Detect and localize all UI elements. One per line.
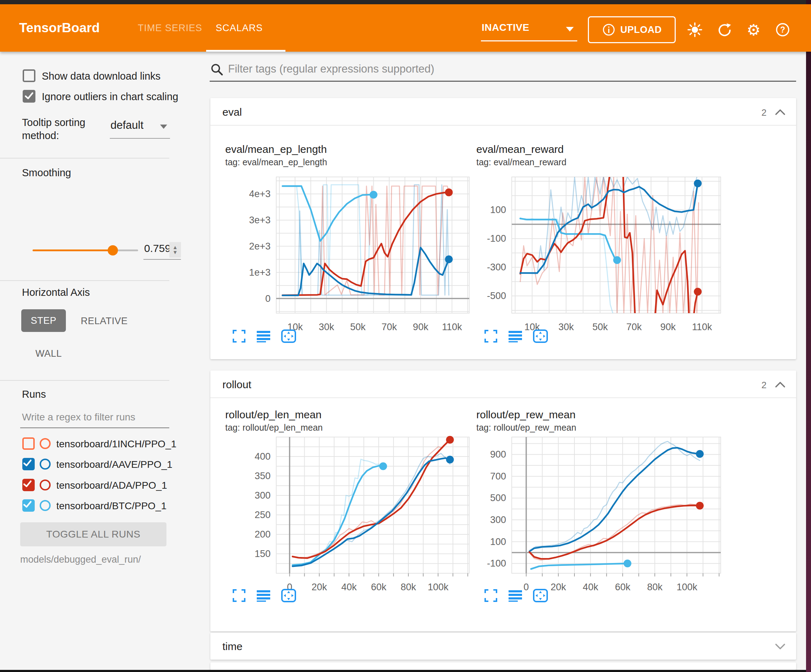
run-selector-icon[interactable] (508, 589, 523, 603)
chart-eval-mean-reward[interactable]: 10k30k50k70k90k110k100-100-300-500 (462, 172, 731, 340)
svg-text:30k: 30k (558, 322, 574, 332)
run-checkbox[interactable] (22, 437, 35, 450)
run-selector-icon[interactable] (256, 329, 271, 343)
window-bottom-strip (0, 670, 806, 672)
app-title: TensorBoard (19, 4, 100, 52)
chart-rollout-ep-len-mean[interactable]: 020k40k60k80k100k150200250300350400 (227, 432, 480, 600)
fullscreen-icon[interactable] (484, 329, 498, 343)
fit-domain-icon[interactable] (281, 589, 297, 603)
chart-title: rollout/ep_rew_mean (476, 409, 575, 421)
svg-text:40k: 40k (341, 582, 357, 592)
show-download-links-label: Show data download links (42, 70, 160, 82)
svg-text:-300: -300 (487, 262, 506, 273)
brightness-icon[interactable] (685, 20, 704, 39)
svg-text:70k: 70k (382, 322, 397, 332)
active-tab-underline (206, 50, 285, 52)
run-label: tensorboard/AAVE/PPO_1 (56, 459, 173, 470)
status-underline (481, 41, 577, 41)
divider (210, 398, 796, 398)
svg-text:900: 900 (490, 449, 506, 460)
run-checkbox[interactable] (22, 458, 35, 470)
chart-eval-mean-ep-length[interactable]: 10k30k50k70k90k110k01e+32e+33e+34e+3 (227, 172, 480, 340)
filter-tags-input[interactable] (227, 62, 788, 76)
smoothing-label: Smoothing (22, 167, 71, 179)
chart-rollout-ep-rew-mean[interactable]: 020k40k60k80k100k-100100300500700900 (462, 432, 731, 600)
ignore-outliers-label: Ignore outliers in chart scaling (42, 91, 178, 103)
section-card-next (210, 662, 796, 670)
svg-text:300: 300 (490, 515, 506, 525)
section-title-time: time (222, 640, 243, 653)
run-color-ring (40, 438, 51, 449)
tensorboard-app: TensorBoard TIME SERIES SCALARS INACTIVE… (0, 0, 811, 672)
svg-text:50k: 50k (350, 322, 366, 332)
chart-tag: tag: rollout/ep_len_mean (225, 423, 322, 433)
upload-button[interactable]: UPLOAD (588, 16, 676, 43)
svg-text:250: 250 (254, 510, 271, 520)
axis-relative-button[interactable]: RELATIVE (81, 316, 128, 327)
svg-text:200: 200 (254, 529, 271, 540)
filter-tags-underline (210, 81, 796, 82)
run-selector-icon[interactable] (256, 589, 271, 603)
fit-domain-icon[interactable] (533, 329, 548, 343)
toggle-all-runs-button[interactable]: TOGGLE ALL RUNS (20, 522, 166, 547)
smoothing-stepper[interactable]: ▲▼ (169, 242, 181, 257)
info-icon (602, 23, 616, 36)
svg-text:40k: 40k (583, 582, 599, 592)
run-selector-icon[interactable] (508, 329, 523, 343)
svg-text:100k: 100k (677, 582, 697, 592)
svg-text:80k: 80k (400, 582, 416, 592)
horizontal-axis-label: Horizontal Axis (22, 287, 90, 298)
collapse-section-button[interactable] (774, 108, 786, 118)
run-checkbox[interactable] (22, 499, 35, 512)
settings-gear-icon[interactable]: ⚙ (745, 20, 763, 39)
runs-filter-input[interactable] (21, 411, 171, 423)
refresh-icon[interactable] (715, 20, 734, 39)
axis-wall-button[interactable]: WALL (36, 348, 62, 359)
tab-scalars[interactable]: SCALARS (215, 4, 263, 52)
tab-time-series[interactable]: TIME SERIES (138, 4, 202, 52)
svg-text:100: 100 (490, 205, 506, 215)
svg-text:110k: 110k (442, 322, 462, 332)
smoothing-value-input[interactable] (143, 242, 170, 255)
svg-text:400: 400 (254, 451, 271, 462)
svg-text:100: 100 (490, 537, 506, 547)
chevron-down-icon[interactable] (160, 125, 167, 129)
section-title-eval: eval (222, 106, 242, 118)
svg-text:110k: 110k (692, 322, 712, 332)
tooltip-sorting-select[interactable]: default (110, 119, 143, 132)
fullscreen-icon[interactable] (232, 589, 246, 603)
collapse-section-button[interactable] (774, 381, 786, 390)
divider (210, 125, 796, 125)
run-checkbox[interactable] (22, 479, 35, 491)
svg-text:700: 700 (490, 471, 506, 482)
settings-sidebar: Show data download links Ignore outliers… (0, 52, 190, 670)
chart-title: eval/mean_ep_length (225, 143, 327, 155)
fit-domain-icon[interactable] (533, 589, 548, 603)
run-label: tensorboard/BTC/PPO_1 (56, 500, 166, 512)
chart-toolbar (232, 589, 297, 603)
svg-text:80k: 80k (647, 582, 663, 592)
run-color-ring (40, 479, 51, 491)
fit-domain-icon[interactable] (281, 329, 297, 343)
status-dropdown[interactable]: INACTIVE (482, 22, 529, 33)
search-icon (210, 62, 224, 76)
axis-step-button[interactable]: STEP (21, 309, 66, 332)
show-download-links-checkbox[interactable] (23, 69, 36, 82)
svg-text:-100: -100 (487, 233, 506, 244)
ignore-outliers-checkbox[interactable] (23, 90, 36, 103)
runs-path-label: models/debugged_eval_run/ (20, 554, 141, 565)
svg-text:2e+3: 2e+3 (249, 241, 271, 252)
chart-title: eval/mean_reward (476, 143, 564, 155)
help-icon[interactable]: ? (774, 20, 792, 39)
svg-text:70k: 70k (626, 322, 642, 332)
smoothing-slider-knob[interactable] (108, 245, 118, 256)
run-label: tensorboard/1INCH/PPO_1 (56, 438, 176, 450)
fullscreen-icon[interactable] (232, 329, 246, 343)
svg-text:0: 0 (265, 293, 271, 304)
chart-title: rollout/ep_len_mean (225, 409, 322, 421)
runs-label: Runs (22, 389, 46, 400)
expand-section-button[interactable] (774, 642, 786, 652)
fullscreen-icon[interactable] (484, 589, 498, 603)
svg-text:60k: 60k (371, 582, 386, 592)
chevron-down-icon[interactable] (566, 27, 574, 32)
